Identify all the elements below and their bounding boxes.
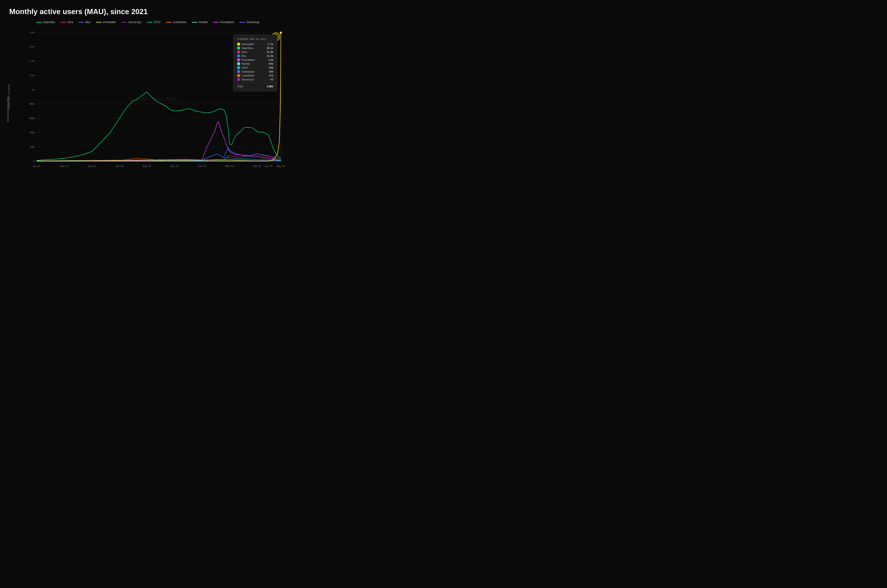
tooltip-box: TUESDAY, MAY 28, 2024 Immutable 1.7m Ope… — [233, 34, 277, 92]
tooltip-row-name: Foundation — [242, 58, 255, 61]
legend-color — [192, 22, 198, 22]
tooltip-total-value: 1.8m — [267, 85, 273, 88]
svg-text:1.6m: 1.6m — [29, 45, 35, 48]
tooltip-divider — [237, 82, 273, 83]
tooltip-row-left: LooksRare — [237, 74, 255, 77]
tooltip-row-left: OpenSea — [237, 46, 253, 50]
tooltip-row: Foundation 1.0k — [237, 58, 273, 61]
y-axis-label-text: Active users (monthly) — [8, 84, 10, 110]
svg-text:Jan '21: Jan '21 — [33, 165, 41, 168]
tooltip-row: OpenSea 56.1k — [237, 46, 273, 50]
tooltip-swatch — [237, 58, 240, 61]
legend-item-sudoswap: Sudoswap — [240, 21, 260, 24]
y-axis-labels: 1.8m 1.6m 1.4m 1.2m 1m 800k 600k 400k 20… — [29, 31, 35, 162]
tooltip-row-left: Blur — [237, 54, 246, 57]
legend-color — [213, 22, 219, 22]
tooltip-row-value: 373 — [269, 74, 273, 77]
tooltip-row-value: 43 — [270, 78, 273, 81]
tooltip-row: Zora 31.9k — [237, 51, 273, 53]
active-dot-immutable — [280, 32, 282, 34]
svg-text:Sep '22: Sep '22 — [170, 165, 179, 168]
svg-text:800k: 800k — [29, 102, 35, 105]
legend-color — [147, 22, 152, 22]
legend-label: Sudoswap — [246, 21, 260, 24]
tooltip-row-left: Zora — [237, 51, 247, 53]
tooltip-row-value: 849 — [269, 62, 273, 65]
legend-item-foundation: Foundation — [213, 21, 234, 24]
tooltip-row-left: Immutable — [237, 43, 254, 45]
tooltip-row-left: Sound.xyz — [237, 78, 254, 81]
tooltip-row-left: Rarible — [237, 62, 250, 65]
legend-item-zora: Zora — [60, 21, 73, 24]
tooltip-row-value: 609 — [269, 66, 273, 69]
tooltip-row-name: LooksRare — [242, 74, 255, 77]
svg-text:May '23: May '23 — [225, 165, 234, 168]
svg-text:1.4m: 1.4m — [29, 59, 35, 62]
legend-color — [36, 22, 42, 22]
legend-label: Sound.xyz — [128, 21, 141, 24]
tooltip-row-name: Rarible — [242, 62, 250, 65]
legend-label: Rarible — [199, 21, 208, 24]
svg-text:Jan '23: Jan '23 — [198, 165, 206, 168]
legend-color — [122, 22, 127, 22]
tooltip-swatch — [237, 78, 240, 81]
tooltip-row-name: Sound.xyz — [242, 78, 254, 81]
legend-label: Immutable — [103, 21, 116, 24]
svg-text:1m: 1m — [31, 88, 35, 91]
tooltip-row-name: X2Y2 — [242, 66, 248, 69]
svg-text:May '21: May '21 — [60, 165, 69, 168]
legend-label: X2Y2 — [154, 21, 161, 24]
legend-label: Foundation — [220, 21, 234, 24]
tooltip-rows: Immutable 1.7m OpenSea 56.1k Zora 31.9k … — [237, 43, 273, 81]
svg-text:1.8m: 1.8m — [29, 31, 35, 33]
tooltip-row: Sudoswap 384 — [237, 70, 273, 73]
tooltip-row-name: Sudoswap — [242, 70, 254, 73]
tooltip-row: Immutable 1.7m — [237, 43, 273, 45]
tooltip-date: TUESDAY, MAY 28, 2024 — [237, 38, 273, 40]
tooltip-swatch — [237, 54, 240, 57]
svg-text:600k: 600k — [29, 117, 35, 119]
tooltip-row-name: Zora — [242, 51, 247, 53]
tooltip-total-row: Total 1.8m — [237, 85, 273, 88]
tooltip-row-name: OpenSea — [242, 46, 253, 50]
tooltip-row-left: Foundation — [237, 58, 255, 61]
opensea-line — [36, 92, 281, 160]
legend-item-blur: Blur — [78, 21, 90, 24]
tooltip-row: Blur 31.3k — [237, 54, 273, 57]
svg-text:Sep '23: Sep '23 — [253, 165, 261, 168]
svg-text:0: 0 — [33, 160, 35, 162]
chart-container: Monthly active users (MAU), since 2021 O… — [0, 0, 296, 175]
legend-item-looksrare: LooksRare — [166, 21, 186, 24]
legend-item-rarible: Rarible — [192, 21, 208, 24]
legend: OpenSeaZoraBlurImmutableSound.xyzX2Y2Loo… — [9, 21, 287, 24]
chart-area: 1.8m 1.6m 1.4m 1.2m 1m 800k 600k 400k 20… — [23, 27, 287, 171]
tooltip-swatch — [237, 62, 240, 65]
tooltip-swatch — [237, 43, 240, 45]
chart-title: Monthly active users (MAU), since 2021 — [9, 8, 287, 16]
tooltip-swatch — [237, 70, 240, 73]
svg-text:Jan '24: Jan '24 — [265, 165, 273, 168]
tooltip-row-left: Sudoswap — [237, 70, 254, 73]
legend-color — [96, 22, 102, 22]
svg-text:Jan '22: Jan '22 — [116, 165, 123, 168]
legend-label: OpenSea — [43, 21, 55, 24]
legend-label: Zora — [68, 21, 73, 24]
legend-color — [166, 22, 172, 22]
tooltip-row-value: 384 — [269, 70, 273, 73]
tooltip-swatch — [237, 46, 240, 50]
svg-text:May '24: May '24 — [276, 165, 285, 168]
legend-item-immutable: Immutable — [96, 21, 116, 24]
legend-color — [60, 22, 66, 22]
legend-color — [240, 22, 245, 22]
legend-color — [78, 22, 84, 22]
legend-item-x2y2: X2Y2 — [147, 21, 161, 24]
tooltip-row-left: X2Y2 — [237, 66, 248, 69]
tooltip-total-label: Total — [237, 85, 243, 88]
tooltip-row-name: Immutable — [242, 43, 254, 45]
tooltip-row-value: 31.3k — [267, 54, 273, 57]
legend-label: Blur — [86, 21, 90, 24]
svg-text:1.2m: 1.2m — [29, 74, 35, 76]
tooltip-row-value: 1.0k — [268, 58, 273, 61]
legend-item-opensea: OpenSea — [36, 21, 55, 24]
tooltip-row-name: Blur — [242, 54, 246, 57]
